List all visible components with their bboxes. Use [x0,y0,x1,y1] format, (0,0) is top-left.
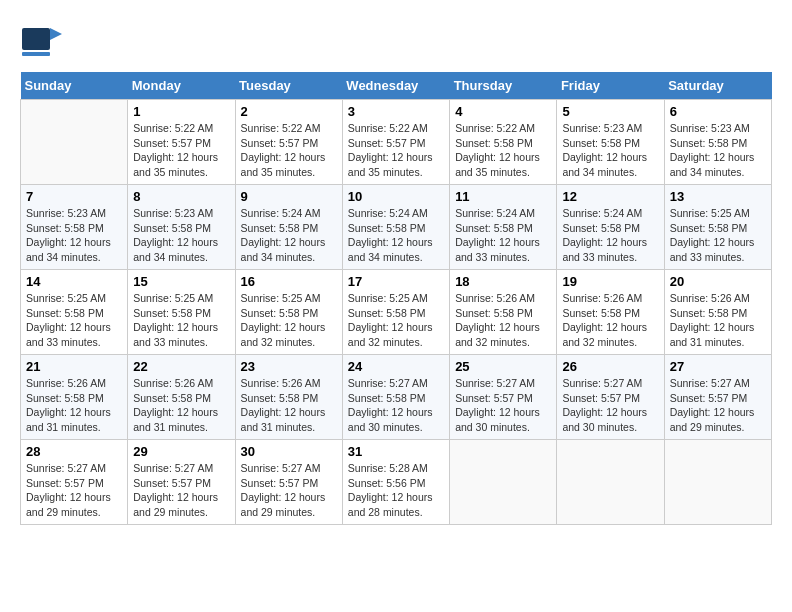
day-info: Sunrise: 5:23 AM Sunset: 5:58 PM Dayligh… [26,206,122,265]
day-info: Sunrise: 5:22 AM Sunset: 5:57 PM Dayligh… [348,121,444,180]
calendar-cell: 1Sunrise: 5:22 AM Sunset: 5:57 PM Daylig… [128,100,235,185]
day-info: Sunrise: 5:24 AM Sunset: 5:58 PM Dayligh… [241,206,337,265]
day-number: 19 [562,274,658,289]
calendar-cell: 28Sunrise: 5:27 AM Sunset: 5:57 PM Dayli… [21,440,128,525]
day-info: Sunrise: 5:26 AM Sunset: 5:58 PM Dayligh… [455,291,551,350]
day-info: Sunrise: 5:25 AM Sunset: 5:58 PM Dayligh… [670,206,766,265]
header-day-saturday: Saturday [664,72,771,100]
svg-rect-2 [22,52,50,56]
day-info: Sunrise: 5:27 AM Sunset: 5:57 PM Dayligh… [133,461,229,520]
day-number: 28 [26,444,122,459]
day-number: 12 [562,189,658,204]
header [20,20,772,62]
day-info: Sunrise: 5:22 AM Sunset: 5:57 PM Dayligh… [241,121,337,180]
header-day-friday: Friday [557,72,664,100]
calendar-cell [450,440,557,525]
day-info: Sunrise: 5:24 AM Sunset: 5:58 PM Dayligh… [348,206,444,265]
calendar-cell: 17Sunrise: 5:25 AM Sunset: 5:58 PM Dayli… [342,270,449,355]
calendar-cell: 30Sunrise: 5:27 AM Sunset: 5:57 PM Dayli… [235,440,342,525]
calendar-table: SundayMondayTuesdayWednesdayThursdayFrid… [20,72,772,525]
calendar-cell: 6Sunrise: 5:23 AM Sunset: 5:58 PM Daylig… [664,100,771,185]
calendar-cell: 13Sunrise: 5:25 AM Sunset: 5:58 PM Dayli… [664,185,771,270]
day-info: Sunrise: 5:27 AM Sunset: 5:58 PM Dayligh… [348,376,444,435]
logo [20,20,66,62]
calendar-cell: 29Sunrise: 5:27 AM Sunset: 5:57 PM Dayli… [128,440,235,525]
day-number: 11 [455,189,551,204]
day-info: Sunrise: 5:28 AM Sunset: 5:56 PM Dayligh… [348,461,444,520]
day-info: Sunrise: 5:26 AM Sunset: 5:58 PM Dayligh… [133,376,229,435]
day-info: Sunrise: 5:25 AM Sunset: 5:58 PM Dayligh… [26,291,122,350]
calendar-cell: 21Sunrise: 5:26 AM Sunset: 5:58 PM Dayli… [21,355,128,440]
svg-marker-1 [50,28,62,40]
day-number: 23 [241,359,337,374]
header-day-wednesday: Wednesday [342,72,449,100]
day-number: 4 [455,104,551,119]
calendar-cell [557,440,664,525]
day-info: Sunrise: 5:23 AM Sunset: 5:58 PM Dayligh… [133,206,229,265]
calendar-cell: 16Sunrise: 5:25 AM Sunset: 5:58 PM Dayli… [235,270,342,355]
day-info: Sunrise: 5:25 AM Sunset: 5:58 PM Dayligh… [241,291,337,350]
day-number: 6 [670,104,766,119]
calendar-week-row: 14Sunrise: 5:25 AM Sunset: 5:58 PM Dayli… [21,270,772,355]
day-info: Sunrise: 5:27 AM Sunset: 5:57 PM Dayligh… [241,461,337,520]
day-number: 3 [348,104,444,119]
calendar-cell: 19Sunrise: 5:26 AM Sunset: 5:58 PM Dayli… [557,270,664,355]
svg-rect-0 [22,28,50,50]
day-info: Sunrise: 5:26 AM Sunset: 5:58 PM Dayligh… [670,291,766,350]
calendar-cell: 5Sunrise: 5:23 AM Sunset: 5:58 PM Daylig… [557,100,664,185]
day-number: 27 [670,359,766,374]
day-number: 8 [133,189,229,204]
day-info: Sunrise: 5:23 AM Sunset: 5:58 PM Dayligh… [670,121,766,180]
day-number: 16 [241,274,337,289]
day-number: 30 [241,444,337,459]
calendar-cell: 9Sunrise: 5:24 AM Sunset: 5:58 PM Daylig… [235,185,342,270]
day-number: 22 [133,359,229,374]
day-number: 18 [455,274,551,289]
calendar-cell: 10Sunrise: 5:24 AM Sunset: 5:58 PM Dayli… [342,185,449,270]
header-day-tuesday: Tuesday [235,72,342,100]
calendar-cell: 24Sunrise: 5:27 AM Sunset: 5:58 PM Dayli… [342,355,449,440]
day-info: Sunrise: 5:26 AM Sunset: 5:58 PM Dayligh… [241,376,337,435]
day-number: 21 [26,359,122,374]
day-info: Sunrise: 5:24 AM Sunset: 5:58 PM Dayligh… [455,206,551,265]
calendar-week-row: 7Sunrise: 5:23 AM Sunset: 5:58 PM Daylig… [21,185,772,270]
day-info: Sunrise: 5:27 AM Sunset: 5:57 PM Dayligh… [670,376,766,435]
calendar-cell: 31Sunrise: 5:28 AM Sunset: 5:56 PM Dayli… [342,440,449,525]
day-info: Sunrise: 5:26 AM Sunset: 5:58 PM Dayligh… [26,376,122,435]
day-info: Sunrise: 5:27 AM Sunset: 5:57 PM Dayligh… [26,461,122,520]
day-number: 1 [133,104,229,119]
day-info: Sunrise: 5:23 AM Sunset: 5:58 PM Dayligh… [562,121,658,180]
calendar-cell: 20Sunrise: 5:26 AM Sunset: 5:58 PM Dayli… [664,270,771,355]
calendar-cell: 3Sunrise: 5:22 AM Sunset: 5:57 PM Daylig… [342,100,449,185]
day-number: 25 [455,359,551,374]
calendar-week-row: 28Sunrise: 5:27 AM Sunset: 5:57 PM Dayli… [21,440,772,525]
calendar-cell: 8Sunrise: 5:23 AM Sunset: 5:58 PM Daylig… [128,185,235,270]
calendar-cell: 18Sunrise: 5:26 AM Sunset: 5:58 PM Dayli… [450,270,557,355]
day-number: 31 [348,444,444,459]
calendar-cell: 4Sunrise: 5:22 AM Sunset: 5:58 PM Daylig… [450,100,557,185]
calendar-cell: 2Sunrise: 5:22 AM Sunset: 5:57 PM Daylig… [235,100,342,185]
day-number: 5 [562,104,658,119]
day-number: 20 [670,274,766,289]
calendar-cell [664,440,771,525]
calendar-cell: 11Sunrise: 5:24 AM Sunset: 5:58 PM Dayli… [450,185,557,270]
calendar-cell: 12Sunrise: 5:24 AM Sunset: 5:58 PM Dayli… [557,185,664,270]
day-info: Sunrise: 5:22 AM Sunset: 5:57 PM Dayligh… [133,121,229,180]
calendar-cell: 25Sunrise: 5:27 AM Sunset: 5:57 PM Dayli… [450,355,557,440]
calendar-cell: 22Sunrise: 5:26 AM Sunset: 5:58 PM Dayli… [128,355,235,440]
day-info: Sunrise: 5:25 AM Sunset: 5:58 PM Dayligh… [348,291,444,350]
day-number: 26 [562,359,658,374]
logo-icon [20,20,62,62]
day-info: Sunrise: 5:26 AM Sunset: 5:58 PM Dayligh… [562,291,658,350]
day-info: Sunrise: 5:24 AM Sunset: 5:58 PM Dayligh… [562,206,658,265]
calendar-cell: 7Sunrise: 5:23 AM Sunset: 5:58 PM Daylig… [21,185,128,270]
day-info: Sunrise: 5:27 AM Sunset: 5:57 PM Dayligh… [562,376,658,435]
day-number: 13 [670,189,766,204]
calendar-week-row: 21Sunrise: 5:26 AM Sunset: 5:58 PM Dayli… [21,355,772,440]
calendar-cell: 26Sunrise: 5:27 AM Sunset: 5:57 PM Dayli… [557,355,664,440]
day-number: 17 [348,274,444,289]
calendar-cell: 27Sunrise: 5:27 AM Sunset: 5:57 PM Dayli… [664,355,771,440]
day-info: Sunrise: 5:22 AM Sunset: 5:58 PM Dayligh… [455,121,551,180]
header-day-thursday: Thursday [450,72,557,100]
header-day-sunday: Sunday [21,72,128,100]
